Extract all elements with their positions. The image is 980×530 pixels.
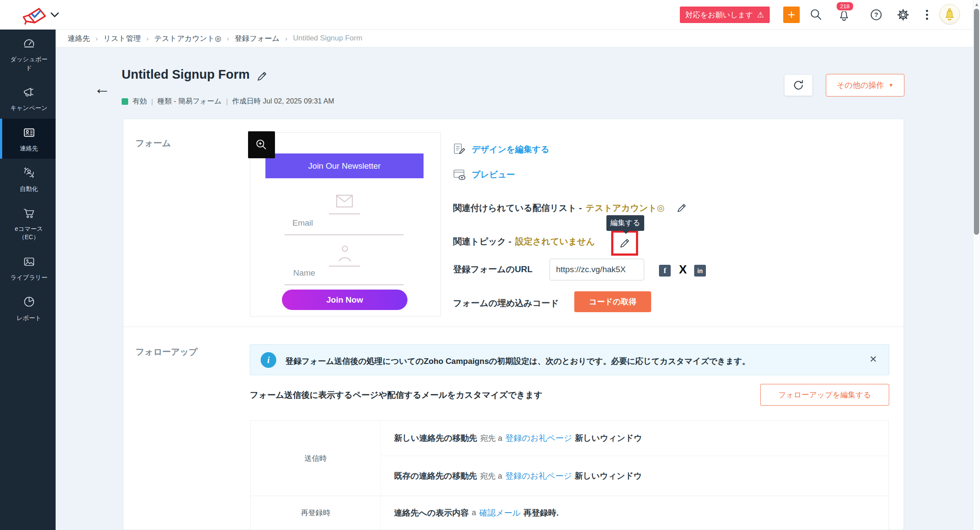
org-chevron-down-icon[interactable]	[50, 10, 60, 19]
email-icon-underline	[329, 213, 360, 214]
breadcrumb-separator: ›	[285, 35, 287, 42]
banner-close-icon[interactable]: ×	[870, 353, 877, 365]
refresh-button[interactable]	[785, 75, 812, 96]
edit-title-pencil-icon[interactable]	[255, 70, 268, 83]
signup-url-label: 登録フォームのURL	[453, 263, 533, 275]
caret-down-icon: ▼	[888, 82, 894, 88]
cell-text: 再登録時.	[523, 507, 559, 519]
sidebar: ダッシュボード キャンペーン 連絡先 自動化 eコマース（EC）	[0, 30, 56, 530]
info-icon: i	[261, 352, 276, 368]
name-field-placeholder[interactable]: Name	[293, 268, 315, 278]
notification-count-badge: 218	[836, 1, 854, 11]
edit-topic-pencil-highlighted[interactable]	[611, 230, 638, 256]
followup-subtitle: フォーム送信後に表示するページや配信するメールをカスタマイズできます	[250, 389, 543, 401]
cell-text: 新しい連絡先の移動先	[394, 433, 477, 444]
plus-icon: +	[788, 8, 795, 22]
sidebar-item-reports[interactable]: レポート	[0, 288, 56, 328]
breadcrumb-item-list-management[interactable]: リスト管理	[103, 33, 141, 43]
topbar: 対応をお願いします ⚠ + 218 ?	[0, 0, 980, 30]
back-arrow-button[interactable]: ←	[94, 80, 110, 97]
shopping-cart-icon	[23, 207, 36, 220]
help-icon[interactable]: ?	[869, 7, 884, 22]
cell-text: 宛先 a	[480, 433, 502, 443]
edit-design-link[interactable]: デザインを編集する	[453, 143, 550, 156]
x-share-icon[interactable]: X	[676, 263, 690, 277]
breadcrumb-separator: ›	[227, 35, 229, 42]
breadcrumb-item-test-account[interactable]: テストアカウント◎	[154, 33, 221, 43]
followup-table: 送信時 新しい連絡先の移動先 宛先 a 登録のお礼ページ 新しいウィンドウ 既存…	[250, 420, 889, 530]
confirmation-email-link[interactable]: 確認メール	[479, 507, 521, 519]
library-image-icon	[23, 255, 36, 268]
followup-cell-resubscribe: 連絡先への表示内容 a 確認メール 再登録時.	[381, 496, 888, 530]
mailing-list-label: 関連付けられている配信リスト -	[453, 202, 582, 214]
thankyou-page-link[interactable]: 登録のお礼ページ	[505, 433, 572, 444]
mailing-list-value[interactable]: テストアカウント◎	[586, 202, 664, 214]
sidebar-item-dashboard[interactable]: ダッシュボード	[0, 30, 56, 78]
get-code-button[interactable]: コードの取得	[574, 291, 651, 312]
settings-gear-icon[interactable]	[896, 7, 910, 22]
breadcrumb-item-contacts[interactable]: 連絡先	[68, 33, 90, 43]
related-topic-row: 関連トピック - 設定されていません	[453, 236, 595, 247]
status-label: 有効	[132, 97, 147, 106]
facebook-share-icon[interactable]: f	[659, 265, 671, 277]
edit-design-label: デザインを編集する	[472, 143, 550, 155]
cell-text: 連絡先への表示内容	[394, 507, 469, 519]
search-icon[interactable]	[809, 7, 824, 22]
breadcrumb-current: Untitled Signup Form	[293, 34, 362, 43]
related-topic-label: 関連トピック -	[453, 236, 511, 247]
followup-row-label: 再登録時	[251, 496, 381, 530]
edit-tooltip: 編集する	[606, 215, 644, 231]
signup-url-value: https://zc.vg/hak5X	[556, 265, 626, 274]
page-title: Untitled Signup Form	[122, 67, 250, 82]
sidebar-label: 自動化	[8, 185, 50, 193]
sidebar-item-contacts[interactable]: 連絡先	[0, 119, 56, 159]
status-separator: |	[151, 97, 153, 106]
email-field-placeholder[interactable]: Email	[292, 218, 313, 228]
join-now-button[interactable]: Join Now	[282, 290, 407, 310]
cell-text: 既存の連絡先の移動先	[394, 470, 477, 482]
name-icon-underline	[329, 266, 360, 267]
scrollbar-thumb[interactable]	[974, 9, 979, 235]
user-avatar[interactable]	[939, 4, 960, 25]
svg-text:?: ?	[874, 11, 878, 18]
preview-link[interactable]: プレビュー	[453, 168, 515, 181]
form-type-label: 種類 - 簡易フォーム	[157, 97, 222, 106]
breadcrumb-item-signup-form[interactable]: 登録フォーム	[235, 33, 279, 43]
sidebar-label: レポート	[8, 314, 50, 322]
form-section-label: フォーム	[136, 137, 171, 149]
edit-followup-button[interactable]: フォローアップを編集する	[760, 384, 889, 406]
scrollbar-up-arrow[interactable]: ▲	[974, 2, 979, 7]
edit-design-icon	[453, 143, 466, 156]
followup-cell-new-contact: 新しい連絡先の移動先 宛先 a 登録のお礼ページ 新しいウィンドウ	[381, 421, 888, 456]
more-menu-dots-icon[interactable]	[924, 7, 930, 22]
automation-icon	[23, 166, 36, 179]
magnifier-plus-icon	[255, 138, 268, 152]
person-icon	[338, 245, 352, 262]
sidebar-item-ecommerce[interactable]: eコマース（EC）	[0, 199, 56, 248]
zoho-campaigns-logo-icon[interactable]	[19, 5, 48, 25]
pencil-icon	[618, 237, 631, 250]
sidebar-item-campaigns[interactable]: キャンペーン	[0, 78, 56, 119]
refresh-icon	[792, 79, 805, 92]
zoom-preview-button[interactable]	[248, 131, 275, 158]
form-preview-heading: Join Our Newsletter	[265, 153, 424, 178]
cell-text: 宛先 a	[480, 471, 502, 481]
sidebar-label: ダッシュボード	[8, 55, 50, 72]
edit-mailing-list-pencil-icon[interactable]	[675, 202, 688, 214]
cell-text: 新しいウィンドウ	[575, 470, 642, 482]
create-new-button[interactable]: +	[783, 7, 800, 23]
cell-text: 新しいウィンドウ	[575, 433, 642, 444]
sidebar-item-automation[interactable]: 自動化	[0, 159, 56, 199]
attention-required-button[interactable]: 対応をお願いします ⚠	[680, 7, 770, 23]
signup-url-input[interactable]: https://zc.vg/hak5X	[550, 259, 644, 280]
followup-row-resubscribe: 再登録時 連絡先への表示内容 a 確認メール 再登録時.	[251, 496, 888, 530]
thankyou-page-link[interactable]: 登録のお礼ページ	[505, 470, 572, 482]
sidebar-item-library[interactable]: ライブラリー	[0, 248, 56, 288]
status-separator: |	[226, 97, 228, 106]
more-actions-button[interactable]: その他の操作 ▼	[826, 74, 904, 97]
section-divider	[123, 327, 904, 327]
linkedin-share-icon[interactable]: in	[694, 265, 706, 277]
followup-section-label: フォローアップ	[136, 346, 198, 358]
embed-code-label: フォームの埋め込みコード	[453, 297, 559, 309]
related-topic-value: 設定されていません	[515, 236, 595, 247]
